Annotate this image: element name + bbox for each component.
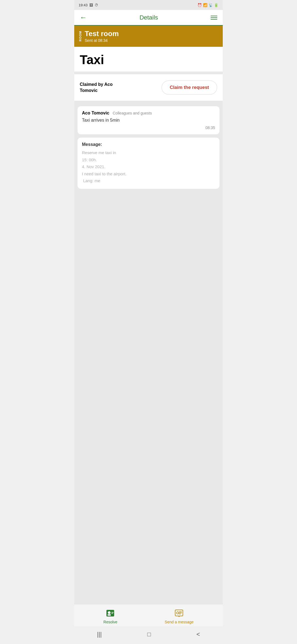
battery-icon: 🔋 bbox=[214, 3, 218, 7]
nav-bar: ← Details bbox=[74, 10, 223, 26]
send-message-action[interactable]: Send a message bbox=[165, 608, 194, 624]
original-message-card: Message: Reserve me taxi in 15: 00h. 4. … bbox=[78, 138, 219, 189]
signal-icon: 📡 bbox=[208, 3, 213, 7]
bottom-spacer bbox=[74, 593, 223, 604]
divider-1 bbox=[74, 72, 223, 74]
messages-section: Aco Tomovic Colleagues and guests Taxi a… bbox=[74, 103, 223, 593]
claim-section: Claimed by Aco Tomovic Claim the request bbox=[74, 74, 223, 101]
alarm-icon: ⏰ bbox=[197, 3, 202, 7]
divider-2 bbox=[74, 101, 223, 103]
svg-marker-10 bbox=[178, 616, 180, 617]
menu-button[interactable] bbox=[211, 16, 217, 20]
back-nav-button[interactable]: < bbox=[191, 629, 205, 640]
back-button[interactable]: ← bbox=[80, 13, 87, 22]
bottom-action-bar: Resolve Send a message bbox=[74, 604, 223, 626]
send-message-icon bbox=[174, 608, 184, 618]
status-bar: 19:43 🖼 ⏱ ⏰ 📶 📡 🔋 bbox=[74, 0, 223, 10]
room-info: Test room Sent at 08:34 bbox=[85, 29, 119, 43]
recents-button[interactable]: ||| bbox=[92, 629, 107, 640]
svg-point-1 bbox=[108, 611, 111, 614]
message-card-1: Aco Tomovic Colleagues and guests Taxi a… bbox=[78, 106, 219, 134]
original-message-content: Reserve me taxi in 15: 00h. 4. Nov 2021.… bbox=[82, 149, 215, 184]
home-button[interactable]: □ bbox=[142, 629, 156, 640]
request-title-section: Taxi bbox=[74, 47, 223, 72]
message-header-1: Aco Tomovic Colleagues and guests bbox=[82, 111, 215, 116]
status-time: 19:43 bbox=[79, 3, 88, 7]
room-label: Room bbox=[79, 31, 82, 41]
message-body-1: Taxi arrives in 5min bbox=[82, 118, 215, 123]
room-name: Test room bbox=[85, 29, 119, 38]
send-message-label: Send a message bbox=[165, 620, 194, 624]
room-banner: Room Test room Sent at 08:34 bbox=[74, 26, 223, 47]
claim-request-button[interactable]: Claim the request bbox=[161, 80, 217, 95]
hamburger-line-1 bbox=[211, 16, 217, 16]
hamburger-line-2 bbox=[211, 17, 217, 18]
resolve-icon bbox=[105, 608, 115, 618]
message-role: Colleagues and guests bbox=[113, 111, 152, 115]
svg-rect-4 bbox=[111, 613, 113, 614]
svg-rect-2 bbox=[108, 614, 111, 616]
resolve-action[interactable]: Resolve bbox=[103, 608, 117, 624]
page-title: Details bbox=[139, 14, 158, 21]
room-sent-time: Sent at 08:34 bbox=[85, 38, 108, 43]
system-nav: ||| □ < bbox=[74, 626, 223, 644]
svg-point-6 bbox=[177, 612, 179, 614]
request-title: Taxi bbox=[80, 52, 217, 67]
wifi-icon: 📶 bbox=[203, 3, 207, 7]
hamburger-line-3 bbox=[211, 19, 217, 20]
status-bar-right: ⏰ 📶 📡 🔋 bbox=[197, 3, 218, 7]
photo-icon: 🖼 bbox=[89, 3, 93, 7]
clock-icon: ⏱ bbox=[95, 3, 98, 7]
message-time-1: 08:35 bbox=[82, 125, 215, 130]
status-bar-left: 19:43 🖼 ⏱ bbox=[79, 3, 98, 7]
message-author: Aco Tomovic bbox=[82, 111, 109, 115]
resolve-label: Resolve bbox=[103, 620, 117, 624]
message-label: Message: bbox=[82, 142, 215, 147]
claimed-by-text: Claimed by Aco Tomovic bbox=[80, 81, 124, 94]
svg-rect-3 bbox=[111, 612, 114, 613]
